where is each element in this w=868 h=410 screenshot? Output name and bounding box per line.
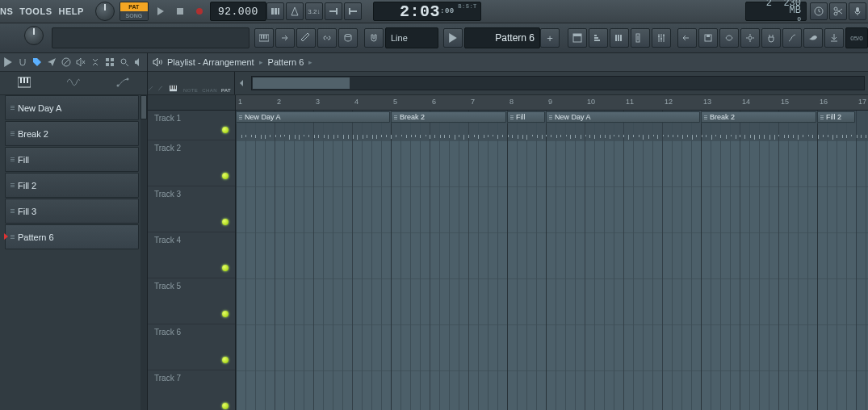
track-enable-led[interactable]: [222, 127, 229, 133]
playlist-scrollbar[interactable]: [251, 76, 865, 90]
view-playlist-icon[interactable]: [568, 28, 587, 48]
snap-select[interactable]: Line: [385, 27, 438, 48]
clip[interactable]: Break 2: [701, 111, 816, 123]
track-enable-led[interactable]: [222, 219, 229, 225]
clip-body[interactable]: [546, 123, 701, 410]
pattern-item[interactable]: New Day A: [5, 95, 139, 120]
svg-point-27: [658, 36, 660, 37]
history-icon[interactable]: [810, 2, 828, 20]
settings-icon[interactable]: [740, 28, 760, 48]
track-enable-led[interactable]: [222, 173, 229, 179]
deny-icon[interactable]: [61, 57, 71, 67]
brush-icon[interactable]: [296, 28, 316, 48]
view-browser-icon[interactable]: [631, 28, 650, 48]
pattern-item[interactable]: Break 2: [5, 121, 139, 146]
menu-item[interactable]: HELP: [58, 6, 83, 16]
wait-input-icon[interactable]: 3.2↓: [305, 2, 323, 20]
plugin-icon[interactable]: [761, 28, 781, 48]
track-enable-led[interactable]: [222, 311, 229, 317]
clip-body[interactable]: [391, 123, 507, 410]
tempo-display[interactable]: 92.000: [210, 2, 266, 21]
tab-wave-icon[interactable]: [67, 77, 80, 90]
pattern-play-icon[interactable]: [443, 28, 463, 48]
magnet-icon[interactable]: [18, 57, 27, 67]
track-enable-led[interactable]: [222, 357, 229, 363]
clip[interactable]: Break 2: [391, 111, 506, 123]
view-mixer-icon[interactable]: [652, 28, 671, 48]
tab-keys-icon[interactable]: [18, 77, 31, 90]
pattern-select[interactable]: Pattern 6: [464, 27, 540, 48]
clip[interactable]: Fill: [507, 111, 545, 123]
search-icon[interactable]: [120, 57, 129, 67]
send-icon[interactable]: [47, 57, 57, 67]
undo-icon[interactable]: [677, 28, 697, 48]
grid-icon[interactable]: [105, 57, 115, 67]
pitch-knob[interactable]: [24, 26, 44, 45]
mic-icon[interactable]: [849, 2, 866, 20]
audio-icon[interactable]: [153, 57, 162, 67]
scrollbar-thumb[interactable]: [140, 95, 147, 119]
clip-body[interactable]: [701, 123, 817, 410]
track-enable-led[interactable]: [222, 403, 229, 409]
stack-icon[interactable]: [338, 28, 358, 48]
pattern-add-icon[interactable]: +: [540, 28, 560, 48]
stop-button[interactable]: [171, 2, 189, 20]
clip[interactable]: New Day A: [236, 111, 390, 123]
metronome-pattern-icon[interactable]: [266, 2, 284, 20]
track-header[interactable]: Track 7: [148, 370, 235, 410]
script-icon[interactable]: [782, 28, 802, 48]
timeline-ruler[interactable]: 1234567891011121314151617: [148, 95, 868, 111]
chevron-right-icon[interactable]: ▸: [308, 58, 312, 66]
pat-song-toggle[interactable]: PAT SONG: [120, 2, 149, 21]
collapse-icon[interactable]: [90, 57, 100, 67]
menu-item[interactable]: NS: [0, 6, 13, 16]
pattern-item[interactable]: Fill 2: [5, 173, 139, 198]
mute-icon[interactable]: [76, 57, 86, 67]
piano-icon[interactable]: [254, 28, 274, 48]
menu-item[interactable]: TOOLS: [19, 6, 52, 16]
playlist-grid[interactable]: New Day ABreak 2FillNew Day ABreak 2Fill…: [236, 111, 868, 410]
clip-body[interactable]: [507, 123, 546, 410]
record-button[interactable]: [191, 2, 208, 20]
snap-magnet-icon[interactable]: [364, 28, 384, 48]
track-enable-led[interactable]: [222, 265, 229, 271]
view-stepsequencer-icon[interactable]: [589, 28, 608, 48]
chevron-left-icon[interactable]: [237, 79, 245, 87]
brush-icon[interactable]: [148, 84, 153, 93]
bar-number: 11: [626, 98, 634, 106]
track-header[interactable]: Track 2: [148, 140, 235, 186]
speaker-icon[interactable]: [134, 57, 144, 67]
track-header[interactable]: Track 3: [148, 186, 235, 232]
piano-icon[interactable]: [170, 84, 177, 93]
download-icon[interactable]: [824, 28, 844, 48]
scissors-icon[interactable]: [829, 2, 847, 20]
clip-body[interactable]: [817, 123, 856, 410]
pattern-item[interactable]: Fill 3: [5, 199, 139, 224]
clip[interactable]: Fill 2: [817, 111, 855, 123]
tag-icon[interactable]: [32, 57, 42, 67]
track-header[interactable]: Track 4: [148, 232, 235, 278]
time-display[interactable]: 2:03:00 B:S:T: [373, 2, 481, 21]
tab-automation-icon[interactable]: [116, 77, 129, 90]
clip-body[interactable]: [236, 123, 391, 410]
bird-icon[interactable]: [803, 28, 823, 48]
main-volume-knob[interactable]: [95, 2, 115, 21]
track-header[interactable]: Track 1: [148, 111, 235, 140]
save-icon[interactable]: [698, 28, 718, 48]
track-header[interactable]: Track 6: [148, 324, 235, 370]
play-button[interactable]: [152, 2, 170, 20]
grip-icon: [10, 157, 15, 161]
render-icon[interactable]: [719, 28, 739, 48]
step-edit-icon[interactable]: [325, 2, 342, 20]
loop-icon[interactable]: [344, 2, 362, 20]
arrow-right-icon[interactable]: [275, 28, 295, 48]
pattern-item[interactable]: Pattern 6: [5, 224, 139, 249]
view-pianoroll-icon[interactable]: [610, 28, 629, 48]
link-icon[interactable]: [317, 28, 337, 48]
pattern-item[interactable]: Fill: [5, 147, 139, 172]
link-icon[interactable]: [157, 84, 163, 93]
clip[interactable]: New Day A: [546, 111, 700, 123]
countdown-icon[interactable]: [286, 2, 304, 20]
track-header[interactable]: Track 5: [148, 278, 235, 324]
play-icon[interactable]: [3, 57, 13, 67]
